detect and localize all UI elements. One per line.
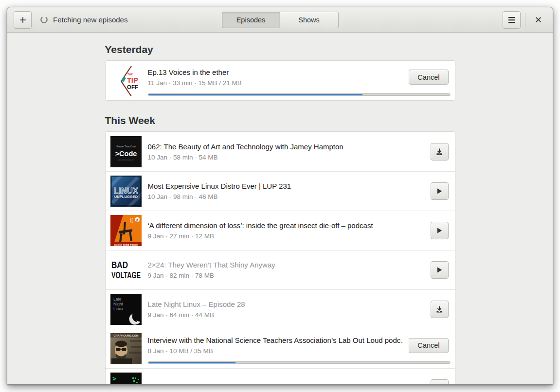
play-button[interactable] — [431, 261, 449, 279]
episode-card: THETIPOFF Ep.13 Voices in the ether 11 J… — [105, 60, 455, 101]
svg-text:g: g — [136, 218, 138, 222]
episode-action — [431, 301, 449, 318]
download-button[interactable] — [431, 143, 449, 160]
download-progress-fill — [148, 94, 362, 95]
tip-off-cover-art: THETIPOFF — [110, 65, 142, 96]
header-separator — [525, 13, 525, 27]
svg-text:IRL: IRL — [118, 384, 136, 385]
late-night-linux-cover-art: LateNightLinux — [110, 294, 142, 325]
episode-action — [431, 261, 449, 279]
cancel-button[interactable]: Cancel — [409, 338, 448, 353]
close-icon — [535, 16, 542, 23]
show-cover: Greater Than Code>Codegreaterthancode.co… — [110, 136, 142, 167]
add-podcast-button[interactable] — [14, 11, 32, 29]
svg-text:audio long reads: audio long reads — [114, 243, 138, 247]
show-cover: BADVOLTAGE — [110, 254, 142, 285]
cancel-button[interactable]: Cancel — [409, 70, 448, 85]
download-progressbar — [148, 93, 451, 96]
spinner-icon — [40, 16, 48, 24]
fetch-status: Fetching new episodes — [40, 16, 127, 24]
episode-row[interactable]: >IRLIRLsp Bot or Not — [106, 368, 455, 385]
scroll-undershoot-indicator — [7, 384, 553, 385]
show-cover: ((gaudio long reads — [110, 215, 142, 246]
episode-row[interactable]: LateNightLinux Late Night Linux – Episod… — [106, 289, 455, 329]
episode-text: Ep.13 Voices in the ether 11 Jan · 33 mi… — [148, 68, 403, 87]
headerbar: Fetching new episodes Episodes Shows — [7, 7, 553, 33]
bad-voltage-cover-art: BADVOLTAGE — [110, 254, 142, 285]
episode-section: This Week Greater Than Code>Codegreatert… — [105, 115, 455, 385]
episode-action — [431, 182, 449, 200]
episode-action — [431, 222, 449, 239]
episode-title: ‘A different dimension of loss’: inside … — [148, 221, 424, 230]
svg-text:BAD: BAD — [111, 260, 128, 270]
episode-title: Interview with the National Science Teac… — [148, 336, 403, 344]
download-icon — [435, 384, 443, 385]
svg-text:CRAPHOUND.COM: CRAPHOUND.COM — [113, 334, 138, 337]
episode-row[interactable]: ((gaudio long reads ‘A different dimensi… — [106, 211, 455, 250]
episodes-list: Yesterday THETIPOFF Ep.13 Voices in the … — [105, 33, 455, 385]
episode-meta: 10 Jan · 98 min · 46 MB — [148, 193, 424, 200]
episode-title: Ep.13 Voices in the ether — [148, 68, 403, 76]
episode-row[interactable]: BADVOLTAGE 2×24: They Weren’t That Shiny… — [106, 250, 455, 289]
episode-meta: 8 Jan · 10 MB / 35 MB — [148, 347, 403, 355]
episode-card: Greater Than Code>Codegreaterthancode.co… — [105, 131, 455, 385]
download-progress-fill — [148, 362, 236, 363]
episode-text: Bot or Not — [148, 383, 424, 385]
tab-episodes[interactable]: Episodes — [222, 12, 280, 28]
section-title: Yesterday — [105, 44, 455, 55]
svg-text:Late: Late — [113, 297, 122, 302]
show-cover: LateNightLinux — [110, 294, 142, 325]
svg-text:Greater Than Code: Greater Than Code — [116, 145, 136, 148]
irl-cover-art: >IRLIRLsp — [110, 373, 142, 385]
episode-action: Cancel — [409, 338, 448, 353]
episode-meta: 9 Jan · 82 min · 78 MB — [148, 272, 424, 279]
section-title: This Week — [105, 115, 455, 126]
svg-text:OFF: OFF — [127, 84, 138, 89]
tab-shows[interactable]: Shows — [280, 12, 339, 28]
menu-button[interactable] — [503, 11, 521, 29]
download-button[interactable] — [431, 301, 449, 318]
play-button[interactable] — [431, 222, 449, 239]
show-cover: LINUXUNPLUGGEDUNPLUGGED — [110, 176, 142, 207]
episode-title: 062: The Beauty of Art and Technology wi… — [148, 143, 424, 151]
episode-meta: 11 Jan · 33 min · 15 MB / 21 MB — [148, 79, 403, 87]
episode-row[interactable]: Greater Than Code>Codegreaterthancode.co… — [106, 132, 455, 171]
episode-title: Late Night Linux – Episode 28 — [148, 300, 424, 308]
header-right-controls — [503, 11, 546, 29]
play-button[interactable] — [431, 182, 449, 200]
episodes-view: Yesterday THETIPOFF Ep.13 Voices in the … — [7, 33, 553, 385]
episode-text: 062: The Beauty of Art and Technology wi… — [148, 143, 424, 161]
show-cover: THETIPOFF — [110, 65, 142, 96]
episode-row[interactable]: CRAPHOUND.COM Interview with the Nationa… — [106, 329, 455, 368]
episode-title: Bot or Not — [148, 383, 424, 385]
episode-text: 2×24: They Weren’t That Shiny Anyway 9 J… — [148, 261, 424, 279]
svg-text:LINUX: LINUX — [113, 187, 138, 195]
episode-row[interactable]: LINUXUNPLUGGEDUNPLUGGED Most Expensive L… — [106, 171, 455, 211]
download-icon — [435, 305, 443, 313]
view-switcher: Episodes Shows — [222, 12, 339, 28]
episode-title: 2×24: They Weren’t That Shiny Anyway — [148, 261, 424, 269]
svg-text:Night: Night — [113, 302, 123, 306]
greater-than-code-cover-art: Greater Than Code>Codegreaterthancode.co… — [110, 136, 142, 167]
episode-meta: 9 Jan · 64 min · 44 MB — [148, 311, 424, 319]
episode-row[interactable]: THETIPOFF Ep.13 Voices in the ether 11 J… — [106, 61, 455, 100]
episode-title: Most Expensive Linux Distro Ever | LUP 2… — [148, 182, 424, 190]
svg-text:VOLTAGE: VOLTAGE — [111, 270, 141, 280]
svg-text:THE: THE — [127, 73, 133, 76]
play-icon — [435, 187, 443, 195]
app-window: Fetching new episodes Episodes Shows Yes… — [7, 7, 553, 385]
download-progressbar — [148, 361, 451, 364]
show-cover: >IRLIRLsp — [110, 373, 142, 385]
episode-text: ‘A different dimension of loss’: inside … — [148, 221, 424, 240]
svg-text:((: (( — [130, 217, 133, 223]
play-icon — [435, 227, 443, 234]
episode-meta: 10 Jan · 58 min · 54 MB — [148, 154, 424, 161]
episode-meta: 9 Jan · 27 min · 12 MB — [148, 232, 424, 240]
linux-unplugged-cover-art: LINUXUNPLUGGEDUNPLUGGED — [110, 176, 142, 207]
episode-text: Late Night Linux – Episode 28 9 Jan · 64… — [148, 300, 424, 319]
download-icon — [435, 148, 443, 156]
svg-text:greaterthancode.com: greaterthancode.com — [118, 159, 133, 161]
audio-long-reads-cover-art: ((gaudio long reads — [110, 215, 142, 246]
svg-text:UNPLUGGED: UNPLUGGED — [114, 195, 138, 199]
close-button[interactable] — [530, 12, 546, 28]
